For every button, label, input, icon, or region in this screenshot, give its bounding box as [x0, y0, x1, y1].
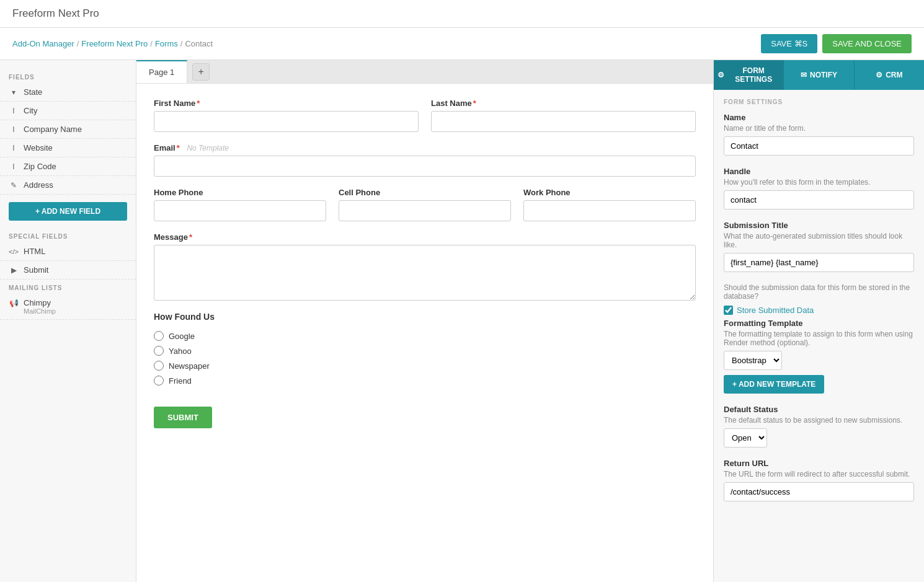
message-row: Message*	[154, 232, 696, 301]
settings-formatting-template-label: Formatting Template	[724, 319, 914, 328]
sidebar-item-label-html: HTML	[24, 247, 45, 256]
how-found-label: How Found Us	[154, 312, 696, 322]
radio-yahoo-input[interactable]	[154, 346, 164, 356]
radio-friend-input[interactable]	[154, 376, 164, 386]
settings-handle-input[interactable]	[724, 190, 914, 209]
breadcrumb-addon-manager[interactable]: Add-On Manager	[12, 39, 74, 48]
radio-newspaper[interactable]: Newspaper	[154, 361, 696, 371]
email-label: Email* No Template	[154, 143, 696, 152]
cell-phone-label: Cell Phone	[339, 188, 511, 197]
first-name-required: *	[197, 99, 200, 108]
first-name-label: First Name*	[154, 99, 419, 108]
formatting-template-select[interactable]: Bootstrap	[724, 351, 782, 370]
store-data-checkbox-row: Store Submitted Data	[724, 306, 914, 315]
home-phone-field: Home Phone	[154, 188, 326, 221]
panel-tab-form-settings[interactable]: ⚙ FORM SETTINGS	[714, 60, 784, 90]
content-area: Page 1 + First Name* Last Name*	[136, 60, 713, 582]
add-page-button[interactable]: +	[192, 63, 210, 81]
settings-name-field: Name Name or title of the form.	[724, 113, 914, 156]
add-new-field-button[interactable]: + ADD NEW FIELD	[9, 202, 127, 221]
store-data-label: Store Submitted Data	[737, 306, 814, 315]
radio-yahoo-label: Yahoo	[169, 346, 192, 356]
work-phone-input[interactable]	[523, 200, 696, 221]
text-icon-website: I	[9, 144, 19, 152]
sidebar-item-address[interactable]: ✎ Address	[0, 176, 136, 195]
sidebar-item-label-zip: Zip Code	[24, 162, 56, 171]
sidebar-item-chimpy[interactable]: 📢 Chimpy MailChimp	[0, 294, 136, 320]
sidebar-item-state[interactable]: ▾ State	[0, 83, 136, 102]
page-tabs: Page 1 +	[136, 60, 713, 84]
settings-default-status-hint: The default status to be assigned to new…	[724, 416, 914, 425]
sidebar-item-html[interactable]: </> HTML	[0, 242, 136, 261]
radio-friend-label: Friend	[169, 376, 192, 386]
settings-formatting-template-hint: The formatting template to assign to thi…	[724, 330, 914, 347]
page-tab-1[interactable]: Page 1	[136, 60, 187, 83]
sidebar-item-submit[interactable]: ▶ Submit	[0, 261, 136, 280]
radio-newspaper-input[interactable]	[154, 361, 164, 371]
html-icon: </>	[9, 248, 19, 255]
radio-google-input[interactable]	[154, 331, 164, 341]
main-layout: FIELDS ▾ State I City I Company Name I W…	[0, 60, 924, 582]
chimpy-label: Chimpy	[24, 298, 51, 307]
play-icon-submit: ▶	[9, 266, 19, 275]
settings-name-input[interactable]	[724, 136, 914, 156]
email-required: *	[177, 143, 180, 152]
radio-google-label: Google	[169, 332, 195, 341]
radio-friend[interactable]: Friend	[154, 376, 696, 386]
panel-tab-crm[interactable]: ⚙ CRM	[855, 60, 924, 90]
top-bar: Freeform Next Pro	[0, 0, 924, 28]
text-icon-city: I	[9, 107, 19, 115]
sidebar-item-company-name[interactable]: I Company Name	[0, 120, 136, 139]
sidebar-item-city[interactable]: I City	[0, 102, 136, 120]
cell-phone-input[interactable]	[339, 200, 511, 221]
first-name-field: First Name*	[154, 99, 419, 132]
breadcrumb-forms[interactable]: Forms	[155, 39, 178, 48]
message-textarea[interactable]	[154, 245, 696, 301]
breadcrumb-bar: Add-On Manager / Freeform Next Pro / For…	[0, 28, 924, 60]
last-name-label: Last Name*	[431, 99, 696, 108]
sidebar-item-label-submit: Submit	[24, 265, 48, 275]
special-fields-section-label: SPECIAL FIELDS	[0, 228, 136, 242]
sidebar-item-website[interactable]: I Website	[0, 139, 136, 157]
megaphone-icon: 📢	[9, 299, 19, 307]
email-field: Email* No Template	[154, 143, 696, 177]
sidebar-item-zip[interactable]: I Zip Code	[0, 157, 136, 176]
radio-google[interactable]: Google	[154, 331, 696, 341]
message-label: Message*	[154, 232, 696, 242]
mailing-lists-section-label: MAILING LISTS	[0, 280, 136, 294]
breadcrumb-current: Contact	[185, 39, 213, 48]
first-name-input[interactable]	[154, 111, 419, 132]
radio-yahoo[interactable]: Yahoo	[154, 346, 696, 356]
name-row: First Name* Last Name*	[154, 99, 696, 132]
work-phone-field: Work Phone	[523, 188, 696, 221]
dropdown-icon: ▾	[9, 88, 19, 97]
message-required: *	[189, 232, 192, 242]
settings-default-status-label: Default Status	[724, 405, 914, 414]
settings-return-url-input[interactable]	[724, 482, 914, 501]
phone-row: Home Phone Cell Phone Work Phone	[154, 188, 696, 221]
settings-submission-title-input[interactable]	[724, 253, 914, 272]
home-phone-input[interactable]	[154, 200, 326, 221]
crm-gear-icon-tab: ⚙	[876, 71, 882, 79]
add-new-template-button[interactable]: + ADD NEW TEMPLATE	[724, 375, 824, 394]
save-button[interactable]: SAVE ⌘S	[761, 34, 817, 53]
sidebar-item-label-address: Address	[24, 180, 53, 190]
sidebar-item-label-city: City	[24, 106, 37, 115]
submit-button[interactable]: SUBMIT	[154, 407, 212, 428]
panel-tab-notify[interactable]: ✉ NOTIFY	[784, 60, 854, 90]
last-name-input[interactable]	[431, 111, 696, 132]
breadcrumb-freeform[interactable]: Freeform Next Pro	[81, 39, 148, 48]
store-hint-text: Should the submission data for this form…	[724, 283, 914, 301]
sidebar-item-label-state: State	[24, 87, 42, 97]
save-and-close-button[interactable]: SAVE AND CLOSE	[822, 34, 912, 53]
no-template-hint: No Template	[187, 144, 229, 152]
default-status-select[interactable]: Open	[724, 428, 767, 448]
last-name-required: *	[473, 99, 476, 108]
store-data-checkbox[interactable]	[724, 306, 733, 315]
mail-icon-tab: ✉	[801, 71, 807, 79]
sidebar: FIELDS ▾ State I City I Company Name I W…	[0, 60, 136, 582]
settings-name-label: Name	[724, 113, 914, 122]
email-input[interactable]	[154, 156, 696, 177]
breadcrumb: Add-On Manager / Freeform Next Pro / For…	[12, 39, 213, 48]
settings-handle-field: Handle How you'll refer to this form in …	[724, 167, 914, 209]
